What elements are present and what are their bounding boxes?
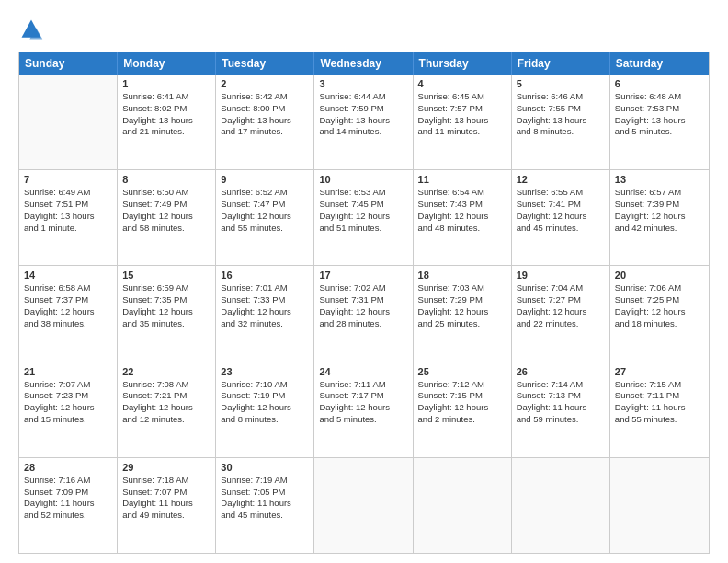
cell-line: Daylight: 12 hours <box>418 402 506 414</box>
cell-line: and 35 minutes. <box>122 318 210 330</box>
cell-line: Daylight: 12 hours <box>517 306 605 318</box>
calendar: SundayMondayTuesdayWednesdayThursdayFrid… <box>18 52 710 554</box>
empty-cell <box>610 458 709 553</box>
day-cell-26: 26Sunrise: 7:14 AMSunset: 7:13 PMDayligh… <box>512 362 610 457</box>
cell-line: Daylight: 12 hours <box>221 402 309 414</box>
day-cell-15: 15Sunrise: 6:59 AMSunset: 7:35 PMDayligh… <box>118 266 216 361</box>
cell-line: and 21 minutes. <box>122 126 210 138</box>
cell-line: and 38 minutes. <box>24 318 112 330</box>
day-cell-10: 10Sunrise: 6:53 AMSunset: 7:45 PMDayligh… <box>314 170 413 265</box>
cell-line: Sunset: 7:05 PM <box>221 487 309 499</box>
cell-line: Sunrise: 7:16 AM <box>24 475 112 487</box>
cell-line: Sunset: 7:41 PM <box>517 199 605 211</box>
cell-line: and 58 minutes. <box>122 223 210 235</box>
cell-line: Daylight: 13 hours <box>122 115 210 127</box>
day-cell-12: 12Sunrise: 6:55 AMSunset: 7:41 PMDayligh… <box>512 170 610 265</box>
cell-line: Sunrise: 6:46 AM <box>517 91 605 103</box>
day-number: 3 <box>319 78 407 89</box>
cell-line: Sunset: 7:43 PM <box>418 199 506 211</box>
cell-line: Sunrise: 7:19 AM <box>221 475 309 487</box>
cell-line: Daylight: 11 hours <box>24 498 112 510</box>
cell-line: Sunset: 7:23 PM <box>24 390 112 402</box>
cell-line: and 49 minutes. <box>122 510 210 522</box>
cell-line: Sunrise: 6:53 AM <box>319 187 407 199</box>
cell-line: Sunrise: 7:10 AM <box>221 379 309 391</box>
header-day-tuesday: Tuesday <box>216 52 314 75</box>
day-number: 18 <box>418 270 506 281</box>
cell-line: Sunrise: 7:11 AM <box>319 379 407 391</box>
day-cell-21: 21Sunrise: 7:07 AMSunset: 7:23 PMDayligh… <box>19 362 118 457</box>
cell-line: Sunset: 8:00 PM <box>221 103 309 115</box>
cell-line: Sunrise: 6:44 AM <box>319 91 407 103</box>
cell-line: Daylight: 13 hours <box>221 115 309 127</box>
cell-line: Sunset: 7:13 PM <box>517 390 605 402</box>
cell-line: and 18 minutes. <box>615 318 704 330</box>
cell-line: Sunrise: 7:15 AM <box>615 379 704 391</box>
week-row-3: 14Sunrise: 6:58 AMSunset: 7:37 PMDayligh… <box>19 266 709 362</box>
cell-line: Daylight: 12 hours <box>24 306 112 318</box>
cell-line: Sunset: 7:19 PM <box>221 390 309 402</box>
cell-line: Sunrise: 6:48 AM <box>615 91 704 103</box>
cell-line: Sunset: 7:57 PM <box>418 103 506 115</box>
day-cell-20: 20Sunrise: 7:06 AMSunset: 7:25 PMDayligh… <box>610 266 709 361</box>
cell-line: Daylight: 13 hours <box>615 115 704 127</box>
cell-line: Sunrise: 6:52 AM <box>221 187 309 199</box>
cell-line: and 11 minutes. <box>418 126 506 138</box>
cell-line: Daylight: 11 hours <box>615 402 704 414</box>
cell-line: Sunrise: 6:58 AM <box>24 282 112 294</box>
cell-line: Daylight: 12 hours <box>319 306 407 318</box>
cell-line: Daylight: 13 hours <box>24 211 112 223</box>
cell-line: and 1 minute. <box>24 223 112 235</box>
cell-line: and 42 minutes. <box>615 223 704 235</box>
cell-line: Sunset: 7:21 PM <box>122 390 210 402</box>
cell-line: Sunset: 7:39 PM <box>615 199 704 211</box>
day-number: 21 <box>24 366 112 377</box>
day-cell-28: 28Sunrise: 7:16 AMSunset: 7:09 PMDayligh… <box>19 458 118 553</box>
cell-line: Sunset: 7:29 PM <box>418 294 506 306</box>
cell-line: Sunrise: 7:01 AM <box>221 282 309 294</box>
cell-line: Daylight: 12 hours <box>24 402 112 414</box>
cell-line: Sunrise: 6:54 AM <box>418 187 506 199</box>
day-number: 22 <box>122 366 210 377</box>
cell-line: Sunset: 7:37 PM <box>24 294 112 306</box>
day-cell-18: 18Sunrise: 7:03 AMSunset: 7:29 PMDayligh… <box>414 266 512 361</box>
cell-line: Daylight: 12 hours <box>418 211 506 223</box>
day-number: 28 <box>24 462 112 473</box>
day-cell-13: 13Sunrise: 6:57 AMSunset: 7:39 PMDayligh… <box>610 170 709 265</box>
cell-line: Sunrise: 7:02 AM <box>319 282 407 294</box>
cell-line: Sunset: 7:09 PM <box>24 487 112 499</box>
day-number: 15 <box>122 270 210 281</box>
cell-line: Sunrise: 6:49 AM <box>24 187 112 199</box>
cell-line: Sunrise: 7:14 AM <box>517 379 605 391</box>
cell-line: and 32 minutes. <box>221 318 309 330</box>
week-row-2: 7Sunrise: 6:49 AMSunset: 7:51 PMDaylight… <box>19 170 709 266</box>
day-number: 27 <box>615 366 704 377</box>
cell-line: Daylight: 12 hours <box>319 211 407 223</box>
cell-line: and 45 minutes. <box>517 223 605 235</box>
day-number: 25 <box>418 366 506 377</box>
cell-line: Daylight: 12 hours <box>221 306 309 318</box>
cell-line: Daylight: 11 hours <box>517 402 605 414</box>
cell-line: Daylight: 12 hours <box>122 402 210 414</box>
day-cell-17: 17Sunrise: 7:02 AMSunset: 7:31 PMDayligh… <box>314 266 413 361</box>
cell-line: and 55 minutes. <box>221 223 309 235</box>
day-cell-29: 29Sunrise: 7:18 AMSunset: 7:07 PMDayligh… <box>118 458 216 553</box>
day-cell-6: 6Sunrise: 6:48 AMSunset: 7:53 PMDaylight… <box>610 75 709 169</box>
day-number: 17 <box>319 270 407 281</box>
day-number: 1 <box>122 78 210 89</box>
day-number: 2 <box>221 78 309 89</box>
day-cell-19: 19Sunrise: 7:04 AMSunset: 7:27 PMDayligh… <box>512 266 610 361</box>
cell-line: Sunrise: 7:03 AM <box>418 282 506 294</box>
cell-line: and 28 minutes. <box>319 318 407 330</box>
cell-line: Sunrise: 7:18 AM <box>122 475 210 487</box>
day-cell-3: 3Sunrise: 6:44 AMSunset: 7:59 PMDaylight… <box>314 75 413 169</box>
day-number: 29 <box>122 462 210 473</box>
cell-line: Sunset: 7:45 PM <box>319 199 407 211</box>
day-number: 7 <box>24 174 112 185</box>
day-cell-5: 5Sunrise: 6:46 AMSunset: 7:55 PMDaylight… <box>512 75 610 169</box>
cell-line: and 12 minutes. <box>122 414 210 426</box>
header <box>18 17 710 42</box>
day-number: 9 <box>221 174 309 185</box>
day-number: 13 <box>615 174 704 185</box>
day-cell-9: 9Sunrise: 6:52 AMSunset: 7:47 PMDaylight… <box>216 170 314 265</box>
